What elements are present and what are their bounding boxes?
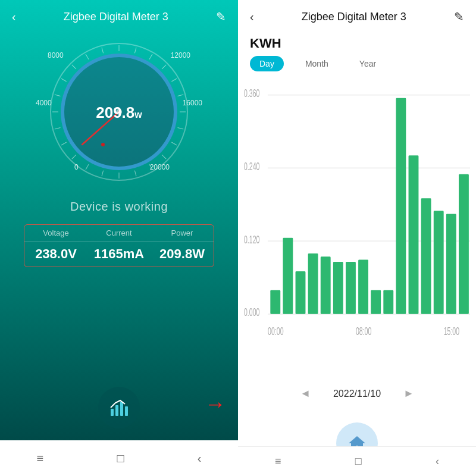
svg-rect-31 xyxy=(120,402,123,416)
svg-text:0.240: 0.240 xyxy=(244,161,259,172)
tab-bar: Day Month Year xyxy=(238,56,476,79)
stats-header-current: Current xyxy=(87,228,151,237)
date-nav: ◄ 2022/11/10 ► xyxy=(238,377,476,411)
right-arrow: → xyxy=(205,392,226,416)
svg-rect-50 xyxy=(383,290,393,314)
svg-rect-30 xyxy=(115,405,118,416)
next-date-button[interactable]: ► xyxy=(399,385,419,402)
stats-box: Voltage Current Power 238.0V 1165mA 209.… xyxy=(24,224,214,267)
gauge-label-8000: 8000 xyxy=(48,51,64,60)
svg-rect-55 xyxy=(446,214,456,314)
stats-voltage-value: 238.0V xyxy=(24,246,87,262)
right-back-button[interactable]: ‹ xyxy=(250,10,254,24)
stats-value-row: 238.0V 1165mA 209.8W xyxy=(24,242,214,267)
bar-chart: 0.360 0.240 0.120 0.000 xyxy=(244,84,470,377)
svg-rect-54 xyxy=(434,211,444,314)
left-nav-back[interactable]: ‹ xyxy=(198,452,202,465)
tab-year[interactable]: Year xyxy=(350,56,386,71)
svg-rect-53 xyxy=(421,198,431,314)
svg-rect-42 xyxy=(283,238,293,314)
svg-rect-47 xyxy=(346,262,356,314)
gauge-center-value: 209.8w xyxy=(96,104,142,122)
stats-current-value: 1165mA xyxy=(87,246,151,262)
svg-rect-44 xyxy=(308,253,318,314)
svg-rect-29 xyxy=(111,409,114,416)
svg-rect-41 xyxy=(270,290,280,314)
svg-text:00:00: 00:00 xyxy=(268,325,283,337)
right-nav-back[interactable]: ‹ xyxy=(436,455,439,468)
gauge-container: 8000 12000 4000 16000 0 20000 xyxy=(42,35,196,189)
right-header: ‹ Zigbee Digital Meter 3 ✎ xyxy=(238,0,476,29)
svg-rect-56 xyxy=(459,174,469,314)
stats-header-voltage: Voltage xyxy=(24,228,87,237)
svg-text:0.120: 0.120 xyxy=(244,234,259,245)
kwh-title: KWH xyxy=(238,29,476,56)
right-bottom-nav: ≡ □ ‹ xyxy=(238,446,476,476)
tab-day[interactable]: Day xyxy=(250,56,284,71)
right-edit-button[interactable]: ✎ xyxy=(454,10,464,24)
prev-date-button[interactable]: ◄ xyxy=(295,385,315,402)
gauge-label-0: 0 xyxy=(74,163,79,171)
current-date: 2022/11/10 xyxy=(333,389,381,399)
svg-text:08:00: 08:00 xyxy=(356,325,371,337)
svg-rect-49 xyxy=(371,290,381,314)
gauge-label-16000: 16000 xyxy=(183,99,202,107)
left-header: ‹ Zigbee Digital Meter 3 ✎ xyxy=(0,0,238,29)
stats-header-power: Power xyxy=(151,228,214,237)
svg-text:0.360: 0.360 xyxy=(244,87,259,99)
chart-area: 0.360 0.240 0.120 0.000 xyxy=(238,79,476,377)
gauge-label-4000: 4000 xyxy=(36,99,52,107)
chart-svg-container: 0.360 0.240 0.120 0.000 xyxy=(244,84,470,377)
left-bottom-nav: ≡ □ ‹ xyxy=(0,440,238,476)
svg-rect-48 xyxy=(358,260,368,314)
stats-header-row: Voltage Current Power xyxy=(24,225,214,242)
svg-rect-51 xyxy=(396,98,406,314)
right-nav-home[interactable]: □ xyxy=(355,455,362,468)
svg-rect-32 xyxy=(125,406,128,416)
right-title: Zigbee Digital Meter 3 xyxy=(302,11,406,23)
left-nav-menu[interactable]: ≡ xyxy=(37,452,44,465)
svg-rect-45 xyxy=(321,256,331,314)
left-nav-home[interactable]: □ xyxy=(117,452,124,465)
left-back-button[interactable]: ‹ xyxy=(12,10,16,24)
chart-icon xyxy=(108,397,130,418)
svg-text:15:00: 15:00 xyxy=(444,325,459,337)
chart-button[interactable] xyxy=(98,387,140,428)
left-edit-button[interactable]: ✎ xyxy=(216,10,226,24)
device-status: Device is working xyxy=(70,200,168,214)
right-panel: ‹ Zigbee Digital Meter 3 ✎ KWH Day Month… xyxy=(238,0,476,476)
svg-text:0.000: 0.000 xyxy=(244,307,259,318)
tab-month[interactable]: Month xyxy=(296,56,338,71)
svg-rect-52 xyxy=(409,155,419,314)
gauge-label-12000: 12000 xyxy=(171,51,190,60)
left-panel: ‹ Zigbee Digital Meter 3 ✎ 8000 12000 40… xyxy=(0,0,238,476)
right-nav-menu[interactable]: ≡ xyxy=(275,455,281,468)
left-title: Zigbee Digital Meter 3 xyxy=(64,11,168,23)
svg-rect-43 xyxy=(296,271,306,314)
gauge-label-20000: 20000 xyxy=(150,163,170,171)
stats-power-value: 209.8W xyxy=(151,246,214,262)
svg-rect-46 xyxy=(333,262,343,314)
